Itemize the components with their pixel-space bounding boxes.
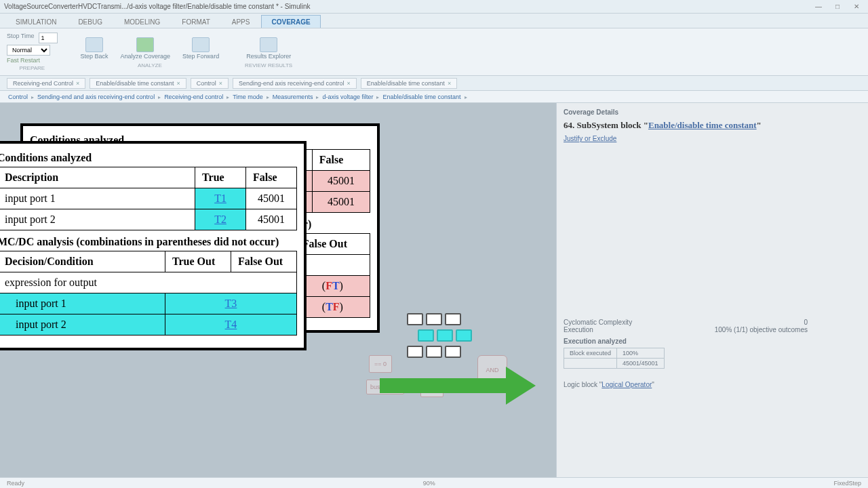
status-zoom: 90% <box>423 480 435 487</box>
close-icon[interactable]: × <box>176 80 180 87</box>
table-row: Block executed100% <box>564 348 665 359</box>
results-explorer-icon <box>260 37 277 52</box>
results-explorer-button[interactable]: Results Explorer <box>242 36 295 61</box>
model-tab-1[interactable]: Enable/disable time constant× <box>90 78 186 89</box>
step-forward-icon <box>192 37 210 52</box>
execution-table: Block executed100% 45001/45001 <box>564 348 665 369</box>
analyze-coverage-button[interactable]: Analyze Coverage <box>117 36 175 61</box>
table-row: 45001/45001 <box>564 359 665 369</box>
status-ready: Ready <box>7 480 24 487</box>
logic-block-heading: Logic block "Logical Operator" <box>564 381 861 388</box>
tab-debug[interactable]: DEBUG <box>68 15 113 28</box>
logic-block-link[interactable]: Logical Operator <box>601 381 652 388</box>
close-icon[interactable]: × <box>76 80 79 87</box>
sim-mode-select[interactable]: Normal <box>7 45 50 56</box>
sidepanel-title: Coverage Details <box>564 108 861 116</box>
analyze-coverage-icon <box>136 37 154 52</box>
group-review-label: REVIEW RESULTS <box>242 62 295 68</box>
close-icon[interactable]: × <box>219 80 222 87</box>
window-maximize[interactable]: □ <box>830 3 845 10</box>
crumb-0[interactable]: Control <box>8 94 28 100</box>
fast-restart-toggle[interactable]: Fast Restart <box>7 57 40 64</box>
window-title: VoltageSourceConverterHVDCTransmi.../d-a… <box>4 3 311 10</box>
step-back-button[interactable]: Step Back <box>77 36 113 61</box>
stop-time-label: Stop Time <box>7 33 35 43</box>
model-tab-4[interactable]: Enable/disable time constant× <box>361 78 457 89</box>
crumb-3[interactable]: Time mode <box>233 94 263 100</box>
crumb-6[interactable]: Enable/disable time constant <box>382 94 460 100</box>
group-prepare-label: PREPARE <box>7 65 58 71</box>
tab-coverage[interactable]: COVERAGE <box>261 15 320 28</box>
crumb-4[interactable]: Measurements <box>273 94 313 100</box>
step-forward-button[interactable]: Step Forward <box>178 36 223 61</box>
stop-time-input[interactable] <box>39 33 58 43</box>
tab-modeling[interactable]: MODELING <box>114 15 170 28</box>
crumb-5[interactable]: d-axis voltage filter <box>322 94 373 100</box>
metrics-block: Cyclomatic Complexity0 Execution100% (1/… <box>564 319 861 388</box>
block-heading: 64. SubSystem block "Enable/disable time… <box>564 120 861 131</box>
ribbon-tab-strip: SIMULATION DEBUG MODELING FORMAT APPS CO… <box>0 14 868 28</box>
model-tab-2[interactable]: Control× <box>191 78 229 89</box>
mini-block-cluster <box>407 313 472 358</box>
model-tab-strip: Receiving-end Control× Enable/disable ti… <box>0 76 868 91</box>
coverage-details-panel: Coverage Details 64. SubSystem block "En… <box>556 103 868 477</box>
model-tab-3[interactable]: Sending-end axis receiving-end control× <box>233 78 357 89</box>
crumb-2[interactable]: Receiving-end control <box>164 94 223 100</box>
breadcrumb: Control Sending-end and axis receiving-e… <box>0 91 868 103</box>
window-minimize[interactable]: — <box>811 3 826 10</box>
block-link[interactable]: Enable/disable time constant <box>648 120 757 130</box>
model-tab-0[interactable]: Receiving-end Control× <box>7 78 85 89</box>
window-close[interactable]: ✕ <box>849 3 864 10</box>
col-false: False <box>312 150 370 171</box>
window-titlebar: VoltageSourceConverterHVDCTransmi.../d-a… <box>0 0 868 14</box>
arrow-icon <box>380 371 536 401</box>
status-solver: FixedStep <box>833 480 861 487</box>
tab-apps[interactable]: APPS <box>222 15 260 28</box>
step-back-icon <box>85 37 103 52</box>
ribbon: Stop Time Normal Fast Restart PREPARE St… <box>0 28 868 76</box>
group-analyze-label: ANALYZE <box>77 62 224 68</box>
tab-simulation[interactable]: SIMULATION <box>5 15 66 28</box>
close-icon[interactable]: × <box>448 80 451 87</box>
justify-link[interactable]: Justify or Exclude <box>564 135 861 142</box>
close-icon[interactable]: × <box>347 80 351 87</box>
crumb-1[interactable]: Sending-end and axis receiving-end contr… <box>37 94 155 100</box>
tab-format[interactable]: FORMAT <box>172 15 220 28</box>
status-bar: Ready 90% FixedStep <box>0 477 868 488</box>
